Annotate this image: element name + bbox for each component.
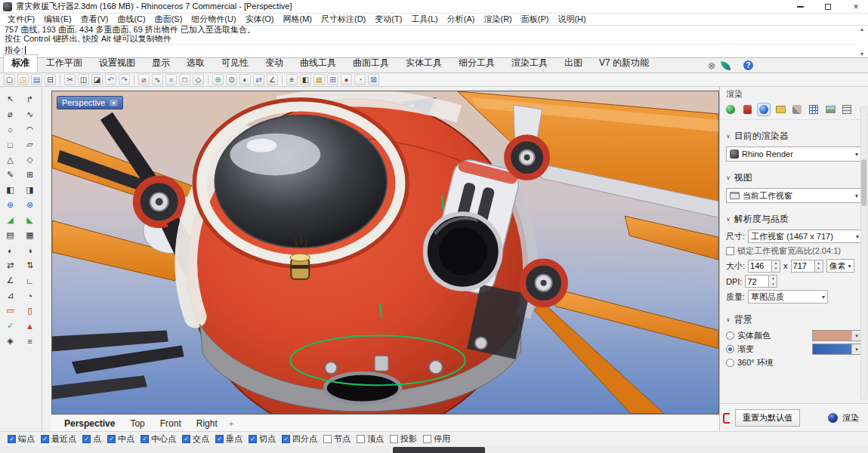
tool-icon[interactable]: ⊿ xyxy=(3,289,18,302)
dpi-input[interactable] xyxy=(745,275,769,288)
environment-tab-icon[interactable] xyxy=(757,103,771,116)
tool-icon[interactable]: ↖ xyxy=(3,93,18,106)
osnap-mid[interactable]: ✓中点 xyxy=(107,433,134,445)
tool-icon[interactable]: ≡ xyxy=(23,334,38,347)
tool-icon[interactable]: ◨ xyxy=(23,183,38,196)
backdrop-tab-icon[interactable] xyxy=(823,103,837,116)
toolbar-icon[interactable]: ◳ xyxy=(17,74,29,85)
materials-tab-icon[interactable] xyxy=(740,103,754,116)
render-button[interactable]: 渲染 xyxy=(825,411,862,425)
toolbar-icon[interactable]: ◧ xyxy=(300,74,311,85)
toolbar-icon[interactable]: ◫ xyxy=(78,74,89,85)
solid-color-radio[interactable] xyxy=(726,331,734,340)
size-select[interactable]: 工作视窗 (1467 x 717) ▾ xyxy=(748,230,862,243)
gradient-radio[interactable] xyxy=(726,345,734,353)
tool-icon[interactable]: ◧ xyxy=(3,183,18,196)
toolbar-icon[interactable]: ◐ xyxy=(239,74,251,85)
viewport-tab-right[interactable]: Right xyxy=(190,418,224,430)
quill-icon[interactable] xyxy=(721,61,731,70)
ground-plane-tab-icon[interactable] xyxy=(807,103,820,116)
tool-icon[interactable]: ◈ xyxy=(3,334,18,347)
environment-radio[interactable] xyxy=(726,359,734,367)
tool-icon[interactable]: ◢ xyxy=(3,214,18,226)
tool-icon[interactable]: ⇅ xyxy=(23,259,38,272)
osnap-quadrant[interactable]: ✓四分点 xyxy=(282,433,317,445)
ribbon-tab-set-view[interactable]: 设置视图 xyxy=(91,54,144,72)
new-viewport-icon[interactable]: + xyxy=(229,419,233,428)
toolbar-icon[interactable]: ↶ xyxy=(105,74,116,85)
toolbar-icon[interactable]: ≡ xyxy=(286,74,298,85)
toolbar-icon[interactable]: ▦ xyxy=(314,74,325,85)
ribbon-tab-display[interactable]: 显示 xyxy=(144,54,178,72)
view-select[interactable]: 当前工作视窗 ▾ xyxy=(726,188,862,203)
osnap-knot[interactable]: 节点 xyxy=(323,433,351,445)
perspective-viewport[interactable]: Perspective ▾ xyxy=(51,91,719,414)
toolbar-icon[interactable]: ⇄ xyxy=(253,74,264,85)
osnap-point[interactable]: ✓点 xyxy=(82,433,101,445)
osnap-vertex[interactable]: 顶点 xyxy=(357,433,384,445)
lock-aspect-checkbox[interactable] xyxy=(726,247,734,255)
tool-icon[interactable]: ⇄ xyxy=(3,259,18,272)
tool-icon[interactable]: ✎ xyxy=(3,168,18,181)
tool-icon[interactable]: ◑ xyxy=(23,244,38,257)
width-input[interactable] xyxy=(748,260,772,273)
viewport-tab-front[interactable]: Front xyxy=(153,418,188,430)
panel-scrollbar[interactable] xyxy=(860,106,867,399)
toolbar-icon[interactable]: ▢ xyxy=(4,74,15,85)
scroll-up-icon[interactable]: ▲ xyxy=(860,26,865,32)
tool-icon[interactable]: ▭ xyxy=(3,304,18,317)
toolbar-icon[interactable]: ↷ xyxy=(119,74,130,85)
record-region-icon[interactable] xyxy=(723,413,730,424)
tool-icon[interactable]: ▲ xyxy=(23,319,38,332)
ribbon-tab-cplane[interactable]: 工作平面 xyxy=(38,54,91,72)
osnap-tangent[interactable]: ✓切点 xyxy=(249,433,276,445)
scroll-down-icon[interactable]: ▼ xyxy=(860,51,865,57)
viewport-3d-render[interactable] xyxy=(52,91,718,414)
tool-icon[interactable]: ⊗ xyxy=(23,199,38,211)
toolbar-icon[interactable]: ⊠ xyxy=(368,74,379,85)
maximize-button[interactable] xyxy=(816,0,840,14)
quality-select[interactable]: 草图品质 ▾ xyxy=(748,290,828,304)
toolbar-icon[interactable]: ○ xyxy=(165,74,177,85)
ribbon-tab-render-tools[interactable]: 渲染工具 xyxy=(503,54,556,72)
chevron-down-icon[interactable]: ▾ xyxy=(110,100,117,106)
tool-icon[interactable]: □ xyxy=(3,138,18,151)
close-button[interactable]: × xyxy=(844,0,868,14)
texture-tab-icon[interactable] xyxy=(790,103,804,116)
height-stepper[interactable]: ▴▾ xyxy=(815,260,823,273)
tab-options-icon[interactable]: ⊗ xyxy=(708,60,715,71)
displacement-tab-icon[interactable] xyxy=(840,103,854,116)
viewport-tab-top[interactable]: Top xyxy=(123,418,151,430)
toolbar-icon[interactable]: ⊟ xyxy=(45,74,56,85)
osnap-near[interactable]: ✓最近点 xyxy=(41,433,76,445)
toolbar-icon[interactable]: ⊞ xyxy=(327,74,338,85)
tool-icon[interactable]: ⊕ xyxy=(3,199,18,211)
tool-icon[interactable]: ◣ xyxy=(23,214,38,226)
tool-icon[interactable]: ○ xyxy=(3,123,18,136)
width-stepper[interactable]: ▴▾ xyxy=(772,260,780,273)
viewport-tab-perspective[interactable]: Perspective xyxy=(57,418,122,430)
solid-color-swatch[interactable]: ▾ xyxy=(812,330,862,341)
ribbon-tab-curve-tools[interactable]: 曲线工具 xyxy=(292,54,344,72)
ribbon-tab-drafting[interactable]: 出图 xyxy=(556,54,591,72)
ribbon-tab-subd-tools[interactable]: 细分工具 xyxy=(450,54,503,72)
toolbar-icon[interactable]: ▤ xyxy=(31,74,42,85)
renderer-select[interactable]: Rhino Render ▾ xyxy=(726,146,862,162)
ribbon-tab-new-in-v7[interactable]: V7 的新功能 xyxy=(591,54,657,72)
toolbar-icon[interactable]: ✂ xyxy=(64,74,76,85)
tool-icon[interactable]: ✓ xyxy=(3,319,18,332)
height-input[interactable] xyxy=(791,260,815,273)
toolbar-icon[interactable]: □ xyxy=(179,74,190,85)
tool-icon[interactable]: ▤ xyxy=(3,229,18,242)
tool-icon[interactable]: ↱ xyxy=(23,93,38,106)
section-header-background[interactable]: ∨ 背景 xyxy=(720,310,868,328)
render-tab-icon[interactable] xyxy=(724,103,737,116)
command-scrollbar[interactable]: ▲ ▼ xyxy=(857,26,866,57)
tool-icon[interactable]: ◔ xyxy=(23,289,38,302)
command-history[interactable]: 757 曲线, 193 曲面, 434 多重曲面, 69 挤出物件 已加入至选取… xyxy=(0,26,868,58)
tool-icon[interactable]: ◇ xyxy=(23,153,38,166)
section-header-renderer[interactable]: ∨ 目前的渲染器 xyxy=(720,127,868,144)
toolbar-icon[interactable]: ◔ xyxy=(354,74,366,85)
osnap-disable[interactable]: 停用 xyxy=(423,433,450,445)
osnap-project[interactable]: 投影 xyxy=(390,433,417,445)
